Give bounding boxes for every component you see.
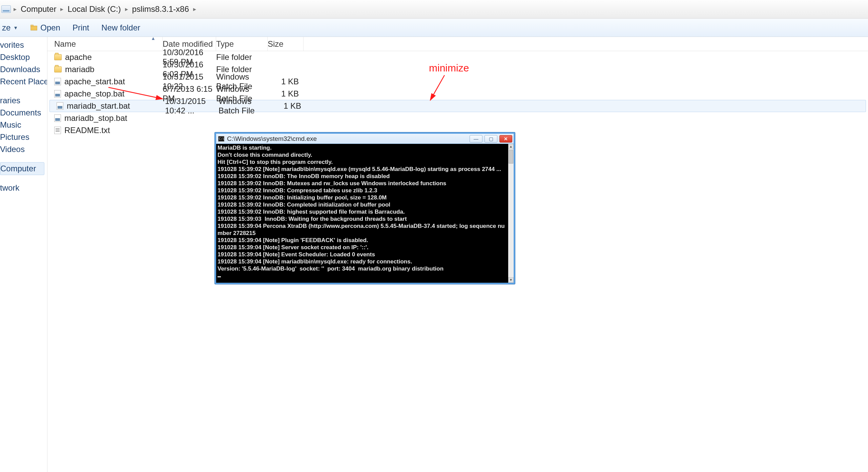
- file-name: mariadb_start.bat: [67, 101, 130, 111]
- print-label: Print: [73, 23, 89, 33]
- new-folder-button[interactable]: New folder: [101, 23, 140, 33]
- file-name: apache: [65, 52, 92, 62]
- file-size: 1 KB: [268, 77, 304, 86]
- sidebar-item-vorites[interactable]: vorites: [0, 39, 47, 51]
- cursor-icon: [218, 276, 221, 277]
- scroll-thumb[interactable]: [509, 150, 513, 164]
- cmd-title-text: C:\Windows\system32\cmd.exe: [227, 135, 317, 143]
- file-date: 10/31/2015 10:42 ...: [165, 96, 219, 115]
- address-bar: ▸ Computer ▸ Local Disk (C:) ▸ pslims8.3…: [0, 0, 868, 19]
- breadcrumb-computer[interactable]: Computer: [17, 4, 60, 14]
- file-size: 1 KB: [268, 89, 304, 99]
- file-type: File folder: [216, 52, 268, 62]
- bat-icon: [54, 78, 61, 85]
- folder-icon: [54, 66, 62, 72]
- close-icon: ✕: [504, 136, 508, 142]
- file-name: apache_start.bat: [64, 77, 125, 86]
- sidebar-item-recent-places[interactable]: Recent Places: [0, 76, 47, 88]
- open-icon: [30, 24, 38, 31]
- column-type[interactable]: Type: [216, 37, 268, 51]
- file-row[interactable]: mariadb_start.bat10/31/2015 10:42 ...Win…: [49, 100, 866, 112]
- cmd-output: MariaDB is starting. Don't close this co…: [216, 144, 508, 283]
- txt-icon: [54, 127, 61, 134]
- cmd-scrollbar[interactable]: ▲ ▼: [508, 144, 514, 283]
- breadcrumb-drive[interactable]: Local Disk (C:): [64, 4, 124, 14]
- cmd-icon: [218, 136, 224, 142]
- scroll-up-icon[interactable]: ▲: [508, 144, 514, 149]
- file-name: mariadb: [65, 65, 95, 74]
- open-label: Open: [40, 23, 60, 33]
- maximize-button[interactable]: ▢: [484, 135, 497, 143]
- sidebar-item-downloads[interactable]: Downloads: [0, 63, 47, 76]
- minimize-button[interactable]: —: [470, 135, 482, 143]
- open-button[interactable]: Open: [30, 23, 60, 33]
- chevron-right-icon[interactable]: ▸: [192, 5, 197, 13]
- file-name: mariadb_stop.bat: [64, 113, 127, 123]
- file-pane: Name▲ Date modified Type Size apache10/3…: [47, 37, 868, 472]
- breadcrumb-folder[interactable]: pslims8.3.1-x86: [129, 4, 192, 14]
- svg-rect-1: [31, 25, 33, 26]
- scroll-down-icon[interactable]: ▼: [508, 277, 514, 283]
- sidebar-item-documents[interactable]: Documents: [0, 107, 47, 119]
- sort-asc-icon: ▲: [151, 36, 156, 41]
- chevron-right-icon[interactable]: ▸: [124, 5, 129, 13]
- cmd-titlebar[interactable]: C:\Windows\system32\cmd.exe — ▢ ✕: [216, 134, 514, 144]
- drive-icon: [1, 5, 11, 13]
- chevron-down-icon: ▼: [13, 25, 18, 30]
- annotation-minimize-label: minimize: [429, 62, 469, 74]
- column-name[interactable]: Name▲: [47, 37, 163, 51]
- maximize-icon: ▢: [489, 136, 493, 142]
- bat-icon: [57, 102, 63, 110]
- file-name: README.txt: [64, 126, 110, 135]
- sidebar-item-videos[interactable]: Videos: [0, 143, 47, 155]
- file-type: Windows Batch File: [219, 96, 270, 115]
- navigation-sidebar: voritesDesktopDownloadsRecent Placesrari…: [0, 37, 47, 472]
- chevron-right-icon[interactable]: ▸: [13, 5, 17, 13]
- sidebar-item-raries[interactable]: raries: [0, 94, 47, 107]
- bat-icon: [54, 114, 61, 122]
- close-button[interactable]: ✕: [499, 135, 512, 143]
- sidebar-item-music[interactable]: Music: [0, 119, 47, 131]
- chevron-right-icon[interactable]: ▸: [60, 5, 64, 13]
- sidebar-item-desktop[interactable]: Desktop: [0, 51, 47, 63]
- sidebar-item-computer[interactable]: Computer: [0, 162, 44, 175]
- organize-button[interactable]: ze ▼: [2, 23, 18, 33]
- minimize-icon: —: [474, 136, 478, 142]
- file-name: apache_stop.bat: [64, 89, 124, 99]
- svg-rect-0: [31, 26, 37, 30]
- sidebar-item-pictures[interactable]: Pictures: [0, 131, 47, 143]
- new-folder-label: New folder: [101, 23, 140, 33]
- explorer-toolbar: ze ▼ Open Print New folder: [0, 19, 868, 37]
- print-button[interactable]: Print: [73, 23, 89, 33]
- column-size[interactable]: Size: [268, 37, 304, 51]
- organize-label: ze: [2, 23, 11, 33]
- cmd-window[interactable]: C:\Windows\system32\cmd.exe — ▢ ✕ MariaD…: [215, 132, 515, 284]
- bat-icon: [54, 90, 61, 98]
- folder-icon: [54, 54, 62, 60]
- file-size: 1 KB: [270, 101, 306, 111]
- sidebar-item-twork[interactable]: twork: [0, 182, 47, 194]
